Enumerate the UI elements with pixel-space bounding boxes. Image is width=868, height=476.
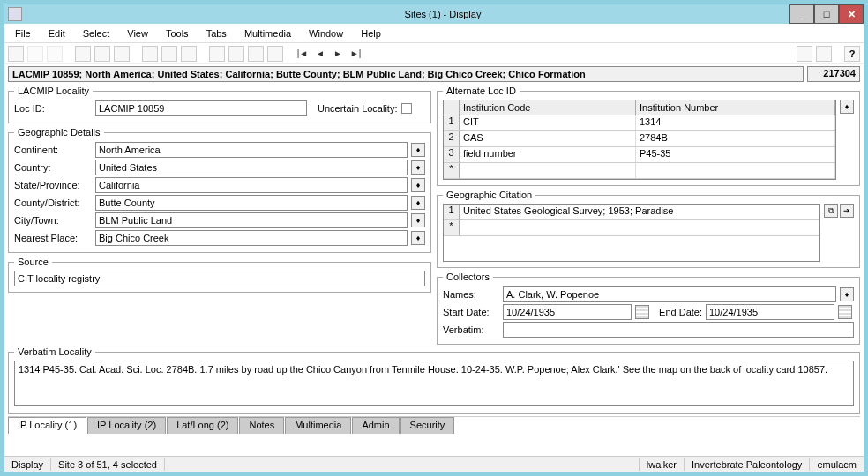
table-new-row[interactable]: [444, 163, 835, 179]
city-input[interactable]: [95, 212, 408, 228]
lacmip-legend: LACMIP Locality: [14, 86, 93, 96]
ditto-icon[interactable]: [94, 46, 110, 62]
attach-icon[interactable]: [816, 46, 832, 62]
save-icon[interactable]: [27, 46, 43, 62]
country-picker-icon[interactable]: ♦: [411, 160, 425, 175]
menu-bar: File Edit Select View Tools Tabs Multime…: [4, 24, 864, 43]
tab-ip-locality-2[interactable]: IP Locality (2): [87, 417, 166, 434]
menu-help[interactable]: Help: [354, 26, 388, 41]
menu-tabs[interactable]: Tabs: [199, 26, 234, 41]
verbatim-date-input[interactable]: [503, 322, 854, 338]
uncertain-locality-checkbox[interactable]: [401, 103, 412, 114]
export-icon[interactable]: [797, 46, 812, 62]
end-calendar-icon[interactable]: [838, 305, 852, 319]
verbatim-locality-group: Verbatim Locality: [8, 346, 860, 414]
tab-multimedia[interactable]: Multimedia: [285, 417, 351, 434]
nearest-picker-icon[interactable]: ♦: [411, 231, 425, 245]
city-picker-icon[interactable]: ♦: [411, 213, 425, 227]
status-bar: Display Site 3 of 51, 4 selected lwalker…: [4, 456, 864, 472]
continent-picker-icon[interactable]: ♦: [411, 143, 425, 157]
state-input[interactable]: [95, 177, 408, 193]
names-label: Names:: [443, 289, 499, 300]
page-icon[interactable]: [209, 46, 225, 62]
tab-security[interactable]: Security: [400, 417, 455, 434]
cancel-icon[interactable]: [47, 46, 63, 62]
table-row[interactable]: 3 field number P45-35: [444, 147, 835, 163]
nav-prev-icon[interactable]: ◄: [313, 47, 327, 61]
alt-rownum-header: [444, 100, 460, 115]
names-input[interactable]: [503, 286, 836, 302]
tab-ip-locality-1[interactable]: IP Locality (1): [8, 417, 86, 434]
verbatim-date-label: Verbatim:: [443, 324, 499, 335]
menu-tools[interactable]: Tools: [159, 26, 196, 41]
start-date-input[interactable]: [503, 304, 632, 320]
verbatim-locality-input[interactable]: [14, 361, 854, 406]
names-picker-icon[interactable]: ♦: [840, 287, 854, 301]
spellcheck-icon[interactable]: [181, 46, 197, 62]
menu-select[interactable]: Select: [76, 26, 117, 41]
verbatim-legend: Verbatim Locality: [14, 346, 95, 357]
edit-icon[interactable]: [161, 46, 177, 62]
alt-picker-icon[interactable]: ♦: [840, 100, 854, 114]
record-id: 217304: [807, 66, 860, 82]
menu-file[interactable]: File: [8, 26, 38, 41]
tab-notes[interactable]: Notes: [239, 417, 284, 434]
tab-admin[interactable]: Admin: [352, 417, 399, 434]
continent-input[interactable]: [95, 142, 408, 158]
contact-sheet-icon[interactable]: [248, 46, 264, 62]
citation-link-icon[interactable]: ⧉: [824, 204, 838, 218]
menu-edit[interactable]: Edit: [41, 26, 72, 41]
report-icon[interactable]: [267, 46, 283, 62]
source-input[interactable]: [14, 271, 425, 286]
start-date-label: Start Date:: [443, 307, 499, 317]
refresh-icon[interactable]: [75, 46, 91, 62]
toolbar: |◄ ◄ ► ►| ?: [4, 43, 864, 64]
country-input[interactable]: [95, 160, 408, 175]
country-label: Country:: [14, 162, 92, 173]
citation-legend: Geographic Citation: [443, 190, 535, 200]
table-row[interactable]: 1 CIT 1314: [444, 115, 835, 131]
new-icon[interactable]: [8, 46, 24, 62]
collectors-legend: Collectors: [443, 271, 493, 282]
nav-last-icon[interactable]: ►|: [348, 47, 363, 61]
nearest-input[interactable]: [95, 230, 408, 246]
menu-window[interactable]: Window: [302, 26, 350, 41]
city-label: City/Town:: [14, 215, 92, 226]
start-calendar-icon[interactable]: [635, 305, 649, 319]
geographic-citation-group: Geographic Citation 1 United States Geol…: [437, 190, 860, 268]
uncertain-locality-label: Uncertain Locality:: [318, 103, 398, 114]
table-new-row[interactable]: [444, 220, 819, 236]
table-row[interactable]: 2 CAS 2784B: [444, 131, 835, 147]
state-picker-icon[interactable]: ♦: [411, 178, 425, 192]
grid-icon[interactable]: [228, 46, 244, 62]
county-input[interactable]: [95, 195, 408, 211]
citation-open-icon[interactable]: ➔: [840, 204, 854, 218]
breadcrumb: LACMIP 10859; North America; United Stat…: [8, 66, 804, 82]
app-icon: [8, 7, 22, 21]
maximize-button[interactable]: □: [814, 4, 839, 24]
alt-col-code[interactable]: Institution Code: [460, 100, 636, 115]
county-picker-icon[interactable]: ♦: [411, 196, 425, 210]
loc-id-input[interactable]: [95, 100, 307, 116]
status-user: lwalker: [639, 458, 684, 471]
menu-multimedia[interactable]: Multimedia: [237, 26, 298, 41]
copy-icon[interactable]: [114, 46, 130, 62]
close-button[interactable]: ✕: [839, 4, 864, 24]
end-date-input[interactable]: [706, 304, 834, 320]
menu-view[interactable]: View: [120, 26, 155, 41]
alt-col-num[interactable]: Institution Number: [636, 100, 835, 115]
nav-next-icon[interactable]: ►: [331, 47, 345, 61]
sort-icon[interactable]: [142, 46, 158, 62]
context-help-icon[interactable]: ?: [844, 46, 860, 62]
geo-legend: Geographic Details: [14, 127, 104, 138]
source-group: Source: [8, 257, 431, 293]
breadcrumb-row: LACMIP 10859; North America; United Stat…: [4, 64, 864, 84]
tab-latlong[interactable]: Lat/Long (2): [167, 417, 238, 434]
status-mode: Display: [4, 458, 51, 471]
nav-first-icon[interactable]: |◄: [296, 47, 310, 61]
title-bar: Sites (1) - Display _ □ ✕: [4, 4, 864, 24]
alt-legend: Alternate Loc ID: [443, 86, 520, 96]
table-row[interactable]: 1 United States Geological Survey; 1953;…: [444, 205, 819, 220]
minimize-button[interactable]: _: [789, 4, 814, 24]
status-server: emulacm: [809, 458, 864, 471]
